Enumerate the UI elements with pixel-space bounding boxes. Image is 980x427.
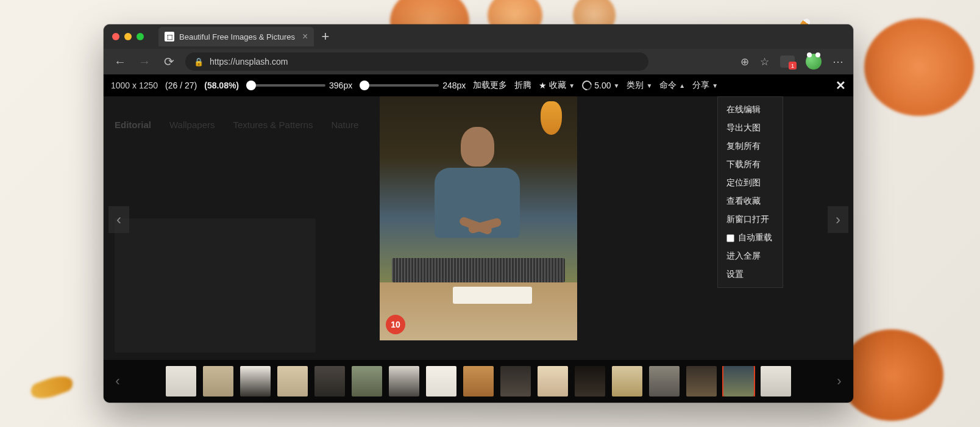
favorite-dropdown[interactable]: ★ 收藏 ▼ [539, 80, 575, 91]
menu-item-locate-image[interactable]: 定位到图 [718, 174, 783, 192]
browser-toolbar: ← → ⟳ 🔒 https://unsplash.com ⊕ ☆ 1 ⋯ [104, 49, 853, 74]
category-dropdown[interactable]: 类别 ▼ [627, 80, 652, 91]
image-grill [392, 258, 565, 282]
thumbnail[interactable] [500, 366, 531, 396]
forward-button[interactable]: → [137, 55, 152, 69]
command-dropdown[interactable]: 命令 ▲ [659, 80, 685, 91]
menu-item-open-new-window[interactable]: 新窗口打开 [718, 210, 783, 229]
extension-icon[interactable]: 1 [780, 56, 795, 68]
checkbox-icon [726, 234, 734, 242]
chevron-down-icon: ▼ [569, 82, 575, 89]
size-slider-2[interactable]: 248px [360, 81, 466, 90]
thumbnail[interactable] [649, 366, 680, 396]
menu-item-settings[interactable]: 设置 [718, 265, 783, 284]
star-icon: ★ [539, 81, 547, 90]
image-price-tag: 10 [386, 315, 405, 334]
thumbnail[interactable] [240, 366, 271, 396]
maximize-window-button[interactable] [137, 33, 144, 40]
add-page-button[interactable]: ⊕ [740, 56, 749, 68]
extension-badge: 1 [789, 62, 797, 70]
percent-label: (58.08%) [204, 81, 239, 90]
thumbnail[interactable] [686, 366, 717, 396]
image-viewer: Editorial Wallpapers Textures & Patterns… [104, 96, 853, 360]
size-slider-1[interactable]: 396px [246, 81, 352, 90]
menu-item-view-favorites[interactable]: 查看收藏 [718, 192, 783, 210]
thumbnail[interactable] [612, 366, 642, 396]
thumbnail[interactable] [575, 366, 605, 396]
reload-button[interactable]: ⟳ [161, 54, 177, 69]
thumbnail-selected[interactable] [723, 366, 754, 396]
extension-toolbar: 1000 x 1250 (26 / 27) (58.08%) 396px 248… [104, 74, 853, 96]
menu-item-copy-all[interactable]: 复制所有 [718, 137, 783, 156]
slider-1-value: 396px [329, 81, 352, 90]
tab-close-button[interactable]: × [302, 31, 308, 42]
menu-item-export-large[interactable]: 导出大图 [718, 119, 783, 137]
thumbnail[interactable] [277, 366, 308, 396]
bg-pumpkin [864, 18, 974, 116]
overflow-menu-button[interactable]: ⋯ [833, 55, 845, 68]
bookmark-star-button[interactable]: ☆ [760, 56, 769, 68]
thumbnail[interactable] [352, 366, 382, 396]
chevron-down-icon: ▼ [614, 82, 620, 89]
thumbnail-strip: ‹ › [104, 360, 853, 403]
thumbs-scroll-right[interactable]: › [831, 373, 847, 389]
chevron-down-icon: ▼ [646, 82, 652, 89]
toss-button[interactable]: 折腾 [514, 80, 531, 91]
bg-leaf [29, 371, 75, 403]
menu-item-fullscreen[interactable]: 进入全屏 [718, 247, 783, 265]
thumbnails [128, 366, 829, 396]
load-more-button[interactable]: 加载更多 [473, 80, 507, 91]
window-controls [112, 33, 144, 40]
image-subject [428, 127, 526, 237]
close-window-button[interactable] [112, 33, 119, 40]
thumbnail[interactable] [538, 366, 568, 396]
menu-item-download-all[interactable]: 下载所有 [718, 156, 783, 174]
prev-image-button[interactable]: ‹ [108, 206, 129, 233]
browser-tab[interactable]: ⬚ Beautiful Free Images & Pictures × [158, 27, 314, 46]
close-extension-button[interactable]: ✕ [836, 78, 846, 93]
profile-avatar[interactable] [806, 54, 822, 70]
tab-favicon: ⬚ [165, 32, 174, 41]
back-button[interactable]: ← [112, 55, 128, 69]
bg-pumpkin [840, 329, 943, 421]
slider-2-value: 248px [442, 81, 466, 90]
background-image-tile [115, 218, 316, 353]
browser-window: ⬚ Beautiful Free Images & Pictures × + ←… [104, 24, 853, 403]
thumbs-scroll-left[interactable]: ‹ [110, 373, 126, 389]
minimize-window-button[interactable] [124, 33, 132, 40]
chevron-up-icon: ▲ [679, 82, 685, 89]
thumbnail[interactable] [314, 366, 345, 396]
thumbnail[interactable] [426, 366, 456, 396]
titlebar: ⬚ Beautiful Free Images & Pictures × + [104, 24, 853, 49]
decor-hanging [541, 101, 562, 135]
chevron-down-icon: ▼ [712, 82, 718, 89]
thumbnail[interactable] [203, 366, 233, 396]
main-image[interactable]: 10 [380, 96, 577, 340]
thumbnail[interactable] [761, 366, 791, 396]
menu-item-auto-reload[interactable]: 自动重载 [718, 229, 783, 247]
image-sign [453, 287, 532, 304]
command-menu: 在线编辑 导出大图 复制所有 下载所有 定位到图 查看收藏 新窗口打开 自动重载… [717, 96, 783, 288]
share-dropdown[interactable]: 分享 ▼ [692, 80, 718, 91]
thumbnail[interactable] [463, 366, 494, 396]
thumbnail[interactable] [166, 366, 196, 396]
lock-icon: 🔒 [194, 57, 204, 66]
image-counter: (26 / 27) [165, 81, 197, 90]
thumbnail[interactable] [389, 366, 419, 396]
url-text: https://unsplash.com [210, 57, 288, 66]
image-dimensions: 1000 x 1250 [111, 81, 158, 90]
rating-dropdown[interactable]: 5.00 ▼ [582, 81, 619, 90]
menu-item-edit-online[interactable]: 在线编辑 [718, 101, 783, 119]
next-image-button[interactable]: › [828, 206, 848, 233]
ring-icon [580, 79, 594, 93]
new-tab-button[interactable]: + [321, 29, 329, 45]
tab-title: Beautiful Free Images & Pictures [179, 32, 295, 41]
address-bar[interactable]: 🔒 https://unsplash.com [185, 52, 648, 71]
